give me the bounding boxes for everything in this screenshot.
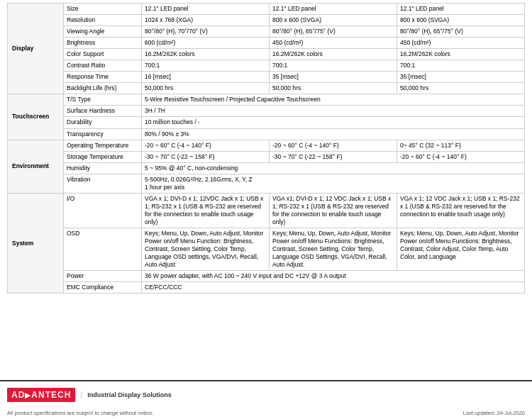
spec-value: 16.2M/262K colors xyxy=(142,49,270,60)
footer-last-updated: Last updated: 24-Jul-2020 xyxy=(463,410,525,416)
spec-label: Backlight Life (hrs) xyxy=(64,83,142,94)
spec-label: Response Time xyxy=(64,72,142,83)
footer-notice: All product specifications are subject t… xyxy=(7,410,153,416)
specs-table-section: DisplaySize12.1" LED panel12.1" LED pane… xyxy=(0,0,532,380)
footer-bottom: All product specifications are subject t… xyxy=(0,408,532,419)
spec-label: Operating Temperature xyxy=(64,140,142,151)
spec-value: 800 x 600 (SVGA) xyxy=(270,15,397,26)
spec-value: 12.1" LED panel xyxy=(142,4,270,15)
category-cell: Display xyxy=(8,4,64,94)
spec-value: 1024 x 768 (XGA) xyxy=(142,15,270,26)
spec-label: Contrast Ratio xyxy=(64,60,142,72)
spec-value: Keys; Menu, Up, Down, Auto Adjust, Monit… xyxy=(270,228,397,270)
spec-label: Color Support xyxy=(64,49,142,60)
spec-value-span: 5-Wire Resistive Touchscreen / Projected… xyxy=(142,94,525,106)
logo-antech: ANTECH xyxy=(31,390,71,400)
spec-value: 50,000 hrs xyxy=(142,83,270,94)
spec-value: 12.1" LED panel xyxy=(397,4,525,15)
spec-value: 0~ 45° C (32 ~ 113° F) xyxy=(397,140,525,151)
spec-label: Humidity xyxy=(64,162,142,174)
spec-label: OSD xyxy=(64,228,142,270)
spec-value: 700:1 xyxy=(397,60,525,72)
spec-value: 50,000 hrs xyxy=(397,83,525,94)
page-wrapper: DisplaySize12.1" LED panel12.1" LED pane… xyxy=(0,0,532,419)
spec-label: EMC Compliance xyxy=(64,282,142,294)
spec-value: 35 [msec] xyxy=(397,72,525,83)
footer-tagline: Industrial Display Solutions xyxy=(81,391,172,398)
spec-value: VGA x 1; 12 VDC Jack x 1; USB x 1; RS-23… xyxy=(397,193,525,228)
footer-logo: AD▶ANTECH Industrial Display Solutions xyxy=(7,388,172,402)
spec-value: 16 [msec] xyxy=(142,72,270,83)
logo-brand: AD▶ANTECH xyxy=(7,388,75,402)
spec-label: Viewing Angle xyxy=(64,26,142,38)
spec-value: 80°/80° (H), 70°/70° (V) xyxy=(142,26,270,38)
spec-value: -20 ~ 60° C (-4 ~ 140° F) xyxy=(142,140,270,151)
spec-value: 450 (cd/m²) xyxy=(397,38,525,49)
spec-value: 800 x 600 (SVGA) xyxy=(397,15,525,26)
category-cell: System xyxy=(8,193,64,294)
spec-value: -30 ~ 70° C (-22 ~ 158° F) xyxy=(270,151,397,162)
spec-label: T/S Type xyxy=(64,94,142,106)
spec-label: Surface Hardness xyxy=(64,106,142,117)
spec-label: I/O xyxy=(64,193,142,228)
footer: AD▶ANTECH Industrial Display Solutions xyxy=(0,380,532,408)
spec-value-span: 36 W power adapter, with AC 100 ~ 240 V … xyxy=(142,271,525,282)
spec-label: Durability xyxy=(64,117,142,128)
spec-value: 80°/80° (H), 65°/75° (V) xyxy=(270,26,397,38)
spec-value: -20 ~ 60° C (-4 ~ 140° F) xyxy=(397,151,525,162)
category-cell: Environment xyxy=(8,140,64,193)
spec-value: 80°/80° (H), 65°/75° (V) xyxy=(397,26,525,38)
spec-label: Transparency xyxy=(64,128,142,140)
spec-value: 12.1" LED panel xyxy=(270,4,397,15)
spec-value: VGA x1; DVI-D x 1; 12 VDC Jack x 1; USB … xyxy=(270,193,397,228)
spec-value: Keys; Menu, Up, Down, Auto Adjust, Monit… xyxy=(142,228,270,270)
spec-label: Vibration xyxy=(64,174,142,193)
spec-label: Brightness xyxy=(64,38,142,49)
spec-value: 450 (cd/m²) xyxy=(270,38,397,49)
specs-table: DisplaySize12.1" LED panel12.1" LED pane… xyxy=(7,3,525,294)
spec-value: 600 (cd/m²) xyxy=(142,38,270,49)
spec-value: -20 ~ 60° C (-4 ~ 140° F) xyxy=(270,140,397,151)
spec-value: 35 [msec] xyxy=(270,72,397,83)
spec-value-span: 5 ~ 95% @ 40° C, non-condensing xyxy=(142,162,525,174)
spec-value: -30 ~ 70° C (-22 ~ 158° F) xyxy=(142,151,270,162)
spec-label: Power xyxy=(64,271,142,282)
spec-value-span: 10 million touches / - xyxy=(142,117,525,128)
spec-value-span: 80% / 90% ± 3% xyxy=(142,128,525,140)
spec-value: 700:1 xyxy=(270,60,397,72)
spec-value-span: 3H / 7H xyxy=(142,106,525,117)
spec-value-span: CE/FCC/CCC xyxy=(142,282,525,294)
logo-ad: AD xyxy=(11,390,25,400)
spec-label: Storage Temperature xyxy=(64,151,142,162)
spec-label: Size xyxy=(64,4,142,15)
spec-value: VGA x 1; DVI-D x 1; 12VDC Jack x 1; USB … xyxy=(142,193,270,228)
spec-value: 16.2M/262K colors xyxy=(397,49,525,60)
category-cell: Touchscreen xyxy=(8,94,64,140)
spec-value: 700:1 xyxy=(142,60,270,72)
spec-value: 16.2M/262K colors xyxy=(270,49,397,60)
spec-value: Keys; Menu, Up, Down, Auto Adjust, Monit… xyxy=(397,228,525,270)
logo-arrow: ▶ xyxy=(25,391,31,399)
spec-value: 50,000 hrs xyxy=(270,83,397,94)
spec-value-span: 5-500Hz, 0.026G²/Hz, 2.16Grms, X, Y, Z 1… xyxy=(142,174,525,193)
spec-label: Resolution xyxy=(64,15,142,26)
